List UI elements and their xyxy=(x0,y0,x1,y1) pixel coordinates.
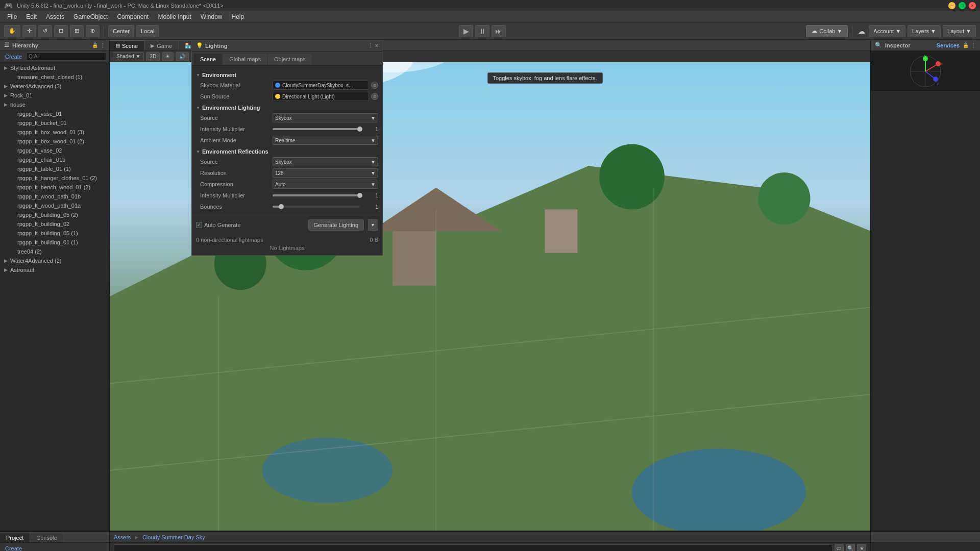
hierarchy-item-0[interactable]: ▶Stylized Astronaut xyxy=(0,63,109,72)
tool-rotate[interactable]: ↺ xyxy=(38,25,52,37)
menu-help[interactable]: Help xyxy=(228,12,249,21)
hierarchy-item-20[interactable]: tree04 (2) xyxy=(0,247,109,256)
minimize-button[interactable]: – xyxy=(948,2,955,9)
bounces-thumb[interactable] xyxy=(279,204,284,209)
tab-game[interactable]: ▶ Game xyxy=(144,40,179,51)
asset-search-input[interactable] xyxy=(114,544,832,552)
hierarchy-lock-icon[interactable]: 🔒 xyxy=(92,42,98,48)
collab-button[interactable]: ☁ Collab ▼ xyxy=(806,25,848,37)
hierarchy-item-22[interactable]: ▶Astronaut xyxy=(0,265,109,274)
project-create-button[interactable]: Create xyxy=(3,545,24,552)
auto-generate-checkbox-label[interactable]: ✓ Auto Generate xyxy=(196,222,241,228)
menu-assets[interactable]: Assets xyxy=(42,12,68,21)
hierarchy-item-17[interactable]: rpgpp_lt_building_02 xyxy=(0,219,109,229)
intensity-slider[interactable] xyxy=(273,128,360,130)
auto-generate-checkbox[interactable]: ✓ xyxy=(196,222,202,228)
sun-source-field[interactable]: Directional Light (Light) xyxy=(273,92,369,101)
env-source-arrow-icon: ▼ xyxy=(371,115,376,121)
bounces-slider[interactable] xyxy=(273,206,360,208)
tool-rect[interactable]: ⊞ xyxy=(70,25,84,37)
tool-hand[interactable]: ✋ xyxy=(4,25,20,37)
refl-source-dropdown[interactable]: Skybox ▼ xyxy=(273,157,378,166)
inspector-lock-icon[interactable]: 🔒 xyxy=(963,42,969,48)
hierarchy-item-11[interactable]: rpgpp_lt_table_01 (1) xyxy=(0,164,109,173)
generate-lighting-dropdown[interactable]: ▼ xyxy=(368,219,378,231)
hierarchy-search-input[interactable] xyxy=(26,53,106,61)
hierarchy-item-15[interactable]: rpgpp_lt_wood_path_01a xyxy=(0,201,109,210)
ltab-global-maps[interactable]: Global maps xyxy=(223,54,267,65)
ambient-mode-dropdown[interactable]: Realtime ▼ xyxy=(273,136,378,145)
inspector-menu-icon[interactable]: ⋮ xyxy=(971,42,976,48)
menu-window[interactable]: Window xyxy=(197,12,227,21)
shaded-dropdown[interactable]: Shaded ▼ xyxy=(113,52,144,61)
tool-scale[interactable]: ⊡ xyxy=(54,25,68,37)
menu-edit[interactable]: Edit xyxy=(22,12,41,21)
layers-dropdown[interactable]: Layers ▼ xyxy=(908,25,941,37)
hierarchy-item-7[interactable]: rpgpp_lt_box_wood_01 (3) xyxy=(0,128,109,137)
hierarchy-item-12[interactable]: rpgpp_lt_hanger_clothes_01 (2) xyxy=(0,173,109,183)
generate-lighting-button[interactable]: Generate Lighting xyxy=(308,219,364,231)
hierarchy-item-3[interactable]: ▶Rock_01 xyxy=(0,91,109,100)
tab-console[interactable]: Console xyxy=(30,532,63,542)
resolution-dropdown[interactable]: 128 ▼ xyxy=(273,168,378,178)
intensity-slider-thumb[interactable] xyxy=(357,127,362,132)
maximize-button[interactable]: □ xyxy=(959,2,966,9)
sun-source-select-btn[interactable]: ⊙ xyxy=(371,93,378,100)
hierarchy-item-8[interactable]: rpgpp_lt_box_wood_01 (2) xyxy=(0,137,109,146)
lighting-close-icon[interactable]: × xyxy=(375,42,378,49)
hierarchy-item-13[interactable]: rpgpp_lt_bench_wood_01 (2) xyxy=(0,183,109,192)
step-button[interactable]: ⏭ xyxy=(492,25,506,37)
bottom-right-panel xyxy=(870,532,980,551)
asset-star-icon-btn[interactable]: ★ xyxy=(857,544,866,552)
hierarchy-item-5[interactable]: rpgpp_lt_vase_01 xyxy=(0,109,109,118)
tab-scene[interactable]: ⊞ Scene xyxy=(110,40,144,51)
intensity-slider-value: 1 xyxy=(363,126,378,132)
play-button[interactable]: ▶ xyxy=(459,25,473,37)
tool-transform[interactable]: ⊕ xyxy=(86,25,100,37)
refl-intensity-thumb[interactable] xyxy=(357,193,362,198)
hierarchy-item-10[interactable]: rpgpp_lt_chair_01b xyxy=(0,155,109,164)
menu-file[interactable]: File xyxy=(3,12,21,21)
hierarchy-item-4[interactable]: ▶house xyxy=(0,100,109,109)
close-button[interactable]: × xyxy=(969,2,976,9)
asset-filter-icon-btn[interactable]: 🏷 xyxy=(835,544,844,552)
menu-gameobject[interactable]: GameObject xyxy=(69,12,112,21)
hierarchy-menu-icon[interactable]: ⋮ xyxy=(100,42,105,48)
tab-project[interactable]: Project xyxy=(0,532,30,542)
bottom-right-header xyxy=(871,532,980,543)
compression-dropdown[interactable]: Auto ▼ xyxy=(273,180,378,189)
account-dropdown[interactable]: Account ▼ xyxy=(869,25,905,37)
hierarchy-item-9[interactable]: rpgpp_lt_vase_02 xyxy=(0,146,109,155)
ltab-object-maps[interactable]: Object maps xyxy=(268,54,312,65)
tool-move[interactable]: ✛ xyxy=(22,25,36,37)
ltab-scene[interactable]: Scene xyxy=(194,54,222,65)
hierarchy-item-18[interactable]: rpgpp_lt_building_05 (1) xyxy=(0,229,109,238)
menu-component[interactable]: Component xyxy=(113,12,153,21)
hierarchy-item-1[interactable]: treasure_chest_closed (1) xyxy=(0,72,109,82)
local-toggle[interactable]: Local xyxy=(136,25,159,37)
pause-button[interactable]: ⏸ xyxy=(475,25,489,37)
asset-search-icon-btn[interactable]: 🔍 xyxy=(846,544,855,552)
hierarchy-create-button[interactable]: Create xyxy=(3,53,24,60)
menu-mobile-input[interactable]: Mobile Input xyxy=(154,12,195,21)
hierarchy-item-2[interactable]: ▶Water4Advanced (3) xyxy=(0,82,109,91)
layout-dropdown[interactable]: Layout ▼ xyxy=(943,25,976,37)
lighting-dots-icon[interactable]: ⋮ xyxy=(368,42,373,49)
refl-intensity-slider[interactable] xyxy=(273,194,360,196)
2d-toggle[interactable]: 2D xyxy=(146,52,160,61)
skybox-material-select-btn[interactable]: ⊙ xyxy=(371,82,378,89)
lighting-toggle[interactable]: ☀ xyxy=(162,52,174,61)
services-tab[interactable]: Services xyxy=(937,42,960,48)
skybox-material-field[interactable]: CloudySummerDaySkybox_s... xyxy=(273,81,369,90)
hierarchy-item-21[interactable]: ▶Water4Advanced (2) xyxy=(0,256,109,265)
breadcrumb-assets[interactable]: Assets xyxy=(114,534,131,540)
audio-toggle[interactable]: 🔊 xyxy=(176,52,189,61)
breadcrumb-folder[interactable]: Cloudy Summer Day Sky xyxy=(142,534,205,540)
env-source-dropdown[interactable]: Skybox ▼ xyxy=(273,113,378,122)
cloud-icon[interactable]: ☁ xyxy=(856,26,867,36)
center-toggle[interactable]: Center xyxy=(108,25,134,37)
hierarchy-item-14[interactable]: rpgpp_lt_wood_path_01b xyxy=(0,192,109,201)
hierarchy-item-19[interactable]: rpgpp_lt_building_01 (1) xyxy=(0,238,109,247)
hierarchy-item-16[interactable]: rpgpp_lt_building_05 (2) xyxy=(0,210,109,219)
hierarchy-item-6[interactable]: rpgpp_lt_bucket_01 xyxy=(0,118,109,128)
